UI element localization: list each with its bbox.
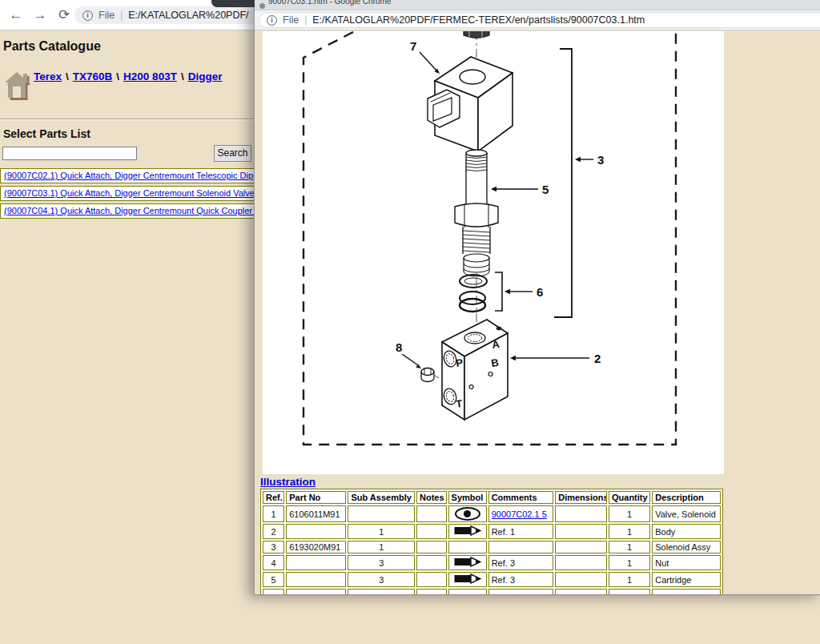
table-header-row: Ref. Part No Sub Assembly Notes Symbol C… xyxy=(263,491,721,504)
home-icon[interactable] xyxy=(5,72,32,107)
fg-url-text: E:/KATALOGLAR%20PDF/FERMEC-TEREX/en/part… xyxy=(312,14,645,26)
valve-body-part xyxy=(442,320,508,420)
breadcrumb-link-tx760b[interactable]: TX760B xyxy=(73,70,113,83)
callout-3-bracket xyxy=(554,49,572,317)
cell-symbol xyxy=(448,572,487,587)
cell-sub-assembly xyxy=(348,505,415,522)
parts-list-item: (90007C02.1) Quick Attach, Digger Centre… xyxy=(0,168,267,183)
table-row: 2 1 Ref. 1 1 Body xyxy=(263,524,721,539)
fg-address-bar[interactable]: i File | E:/KATALOGLAR%20PDF/FERMEC-TERE… xyxy=(259,12,820,28)
cell-notes xyxy=(416,524,447,539)
url-scheme-label: File xyxy=(283,14,299,26)
cell-ref: 1 xyxy=(263,505,284,522)
parts-list-link-90007C02[interactable]: (90007C02.1) Quick Attach, Digger Centre… xyxy=(4,171,267,180)
callout-6: 6 xyxy=(537,285,543,299)
breadcrumb-separator: \ xyxy=(181,70,184,83)
col-sub-assembly: Sub Assembly xyxy=(348,491,415,504)
cell-part-no: 6193020M91 xyxy=(286,541,346,553)
breadcrumb-link-digger[interactable]: Digger xyxy=(188,70,223,83)
cell-description: Nut xyxy=(652,555,721,570)
parts-list-item: (90007C04.1) Quick Attach, Digger Centre… xyxy=(0,203,267,219)
search-button[interactable]: Search xyxy=(214,145,251,162)
table-row-clipped xyxy=(263,589,721,594)
page-title: Parts Catalogue xyxy=(3,39,101,54)
parts-list-item: (90007C03.1) Quick Attach, Digger Centre… xyxy=(0,186,267,201)
table-row: 3 6193020M91 1 1 Solenoid Assy xyxy=(263,541,721,553)
parts-list-link-90007C04[interactable]: (90007C04.1) Quick Attach, Digger Centre… xyxy=(4,206,267,215)
table-row: 5 3 Ref. 3 1 Cartridge xyxy=(263,572,721,587)
col-notes: Notes xyxy=(416,491,447,504)
fg-window-titlebar[interactable]: 90007C03.1.htm - Google Chrome xyxy=(255,0,820,10)
tab-strip-fragment xyxy=(211,0,255,7)
breadcrumb-separator: \ xyxy=(66,70,69,83)
cell-description: Body xyxy=(652,524,721,539)
cell-symbol xyxy=(448,524,487,539)
cell-symbol xyxy=(448,505,487,522)
arrow-symbol-icon xyxy=(454,574,481,584)
forward-icon[interactable]: → xyxy=(30,6,50,25)
reload-icon[interactable]: ⟳ xyxy=(54,6,74,25)
info-icon: i xyxy=(267,15,277,26)
cell-sub-assembly: 3 xyxy=(348,572,415,587)
cell-part-no xyxy=(286,572,346,587)
col-comments: Comments xyxy=(488,491,554,504)
cell-comments: 90007C02.1 5 xyxy=(488,505,554,522)
cell-notes xyxy=(416,541,447,553)
col-part-no: Part No xyxy=(286,491,346,504)
back-icon[interactable]: ← xyxy=(6,6,26,25)
illustration-link[interactable]: Illustration xyxy=(260,476,316,488)
table-row: 4 3 Ref. 3 1 Nut xyxy=(263,555,721,570)
port-label-o1: O xyxy=(468,383,474,391)
cell-description: Cartridge xyxy=(652,572,721,587)
fg-page-content: 7 xyxy=(255,30,820,594)
cell-dimensions xyxy=(555,572,607,587)
callout-5-arrowhead xyxy=(491,187,496,191)
cell-quantity: 1 xyxy=(609,572,650,587)
cell-quantity: 1 xyxy=(609,505,650,522)
parts-table: Ref. Part No Sub Assembly Notes Symbol C… xyxy=(260,489,723,594)
top-nut-part xyxy=(464,31,489,38)
cell-sub-assembly: 1 xyxy=(348,524,415,539)
horizontal-divider xyxy=(0,119,266,120)
cell-symbol xyxy=(448,541,487,553)
cell-part-no xyxy=(286,555,346,570)
col-description: Description xyxy=(652,491,721,504)
breadcrumb-link-h200-803t[interactable]: H200 803T xyxy=(123,70,177,83)
eye-symbol-icon xyxy=(455,507,480,521)
callout-5: 5 xyxy=(542,183,549,196)
callout-2-arrowhead xyxy=(510,356,516,360)
cell-ref: 4 xyxy=(263,555,284,570)
port-label-o2: O xyxy=(488,370,493,378)
callout-8: 8 xyxy=(396,340,402,354)
cell-dimensions xyxy=(555,505,607,522)
comments-link[interactable]: 90007C02.1 5 xyxy=(492,509,547,519)
info-icon: i xyxy=(82,10,93,21)
plug-part xyxy=(421,368,442,382)
col-symbol: Symbol xyxy=(448,491,487,504)
table-row: 1 6106011M91 90007C02.1 5 1 Valve, Solen… xyxy=(263,505,721,522)
cell-symbol xyxy=(448,555,487,570)
url-scheme-label: File xyxy=(98,10,115,21)
cell-dimensions xyxy=(555,555,607,570)
foreground-browser-window: 90007C03.1.htm - Google Chrome i File | … xyxy=(254,0,820,595)
cell-description: Solenoid Assy xyxy=(652,541,721,553)
callout-3: 3 xyxy=(597,153,604,167)
bg-url-text: E:/KATALOGLAR%20PDF/ xyxy=(128,10,248,21)
breadcrumb-link-terex[interactable]: Terex xyxy=(34,70,62,83)
cell-ref: 5 xyxy=(263,572,284,587)
cell-comments: Ref. 3 xyxy=(488,555,554,570)
illustration-image: 7 xyxy=(263,31,724,474)
cell-notes xyxy=(416,572,447,587)
cell-ref: 2 xyxy=(263,524,284,539)
callout-6-arrowhead xyxy=(504,289,510,294)
url-separator: | xyxy=(120,10,123,21)
arrow-symbol-icon xyxy=(454,557,481,567)
cartridge-stem-part xyxy=(455,150,498,276)
cell-quantity: 1 xyxy=(609,555,650,570)
illustration-heading: Illustration xyxy=(260,476,316,488)
breadcrumb-separator: \ xyxy=(116,70,119,83)
parts-list-link-90007C03[interactable]: (90007C03.1) Quick Attach, Digger Centre… xyxy=(4,188,255,198)
search-input[interactable] xyxy=(2,147,137,160)
cell-quantity: 1 xyxy=(609,524,650,539)
cell-quantity: 1 xyxy=(609,541,650,553)
